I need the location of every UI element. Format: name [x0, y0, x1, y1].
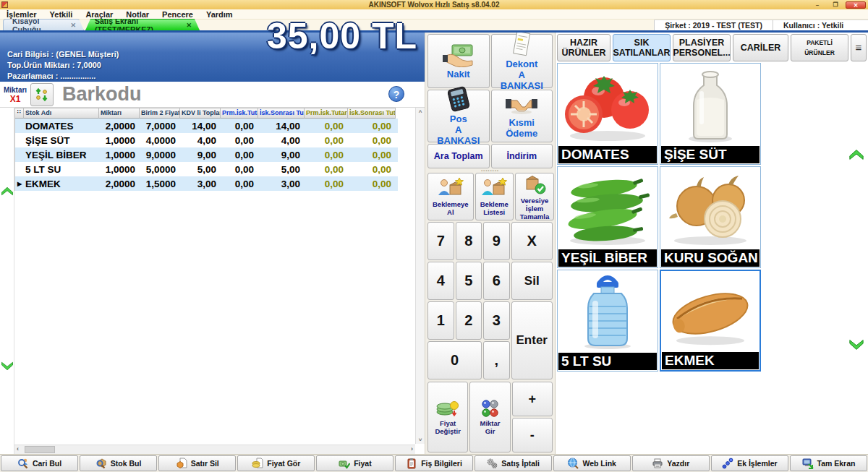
- satis-iptali-button[interactable]: Satış İptali: [475, 455, 552, 471]
- col-miktari[interactable]: Miktarı: [99, 108, 140, 119]
- numpad-enter[interactable]: Enter: [511, 301, 553, 379]
- col-isk-sonrasi-tutar[interactable]: İsk.Sonrası Tutar: [258, 108, 305, 119]
- veresiye-tamamla-button[interactable]: Veresiye İşlem Tamamla: [515, 173, 554, 220]
- col-isk-sonrasi-tutar-2[interactable]: İsk.Sonrası Tutar: [348, 108, 396, 119]
- menu-notlar[interactable]: Notlar: [119, 10, 156, 19]
- col-prm-isk-tutari[interactable]: Prm.İsk.Tutarı: [221, 108, 258, 119]
- fiyat-button[interactable]: Fiyat: [316, 455, 393, 471]
- menu-pencere[interactable]: Pencere: [156, 10, 200, 19]
- barcode-input[interactable]: [61, 82, 336, 106]
- menu-araclar[interactable]: Araçlar: [79, 10, 119, 19]
- table-row[interactable]: 5 LT SU 1,0000 5,0000 5,00 0,00 5,00 0,0…: [15, 162, 398, 176]
- web-link-button[interactable]: Web Link: [553, 455, 631, 471]
- col-prm-isk-tutari-2[interactable]: Prm.İsk.Tutarı: [305, 108, 348, 119]
- col-kdvli-toplam[interactable]: KDV li Toplam: [180, 108, 221, 119]
- tab-sik-satilanlar[interactable]: SIK SATILANLAR: [613, 34, 671, 61]
- plus-button[interactable]: +: [512, 382, 553, 416]
- tab-close-icon[interactable]: ✕: [70, 22, 76, 29]
- product-tile-yesil-biber[interactable]: YEŞİL BİBER: [557, 166, 658, 268]
- numpad-0[interactable]: 0: [427, 341, 482, 379]
- numpad-9[interactable]: 9: [483, 222, 510, 260]
- col-birim2-fiyati[interactable]: Birim 2 Fiyatı: [140, 108, 180, 119]
- product-tile-domates[interactable]: DOMATES: [557, 63, 658, 165]
- fiyat-degistir-button[interactable]: Fiyat Değiştir: [427, 382, 468, 452]
- miktar-gir-button[interactable]: Miktar Gir: [469, 382, 510, 452]
- bekleme-listesi-button[interactable]: Bekleme Listesi: [475, 173, 514, 220]
- pos-button[interactable]: Pos A BANKASI: [427, 90, 490, 142]
- horizontal-scrollbar[interactable]: ‹ ›: [14, 445, 415, 454]
- numpad-5[interactable]: 5: [456, 262, 482, 300]
- product-tile-kuru-sogan[interactable]: KURU SOĞAN: [660, 166, 761, 268]
- tam-ekran-button[interactable]: Tam Ekran: [790, 455, 867, 471]
- menu-yardim[interactable]: Yardım: [200, 10, 239, 19]
- numpad-multiply[interactable]: X: [511, 222, 553, 260]
- scrollbar-up-icon[interactable]: ˄: [416, 108, 425, 115]
- dekont-button[interactable]: Dekont A BANKASI: [491, 34, 553, 88]
- scrollbar-thumb[interactable]: [25, 446, 55, 453]
- beklemeye-al-button[interactable]: Beklemeye Al: [427, 173, 474, 220]
- table-row[interactable]: YEŞİL BİBER 1,0000 9,0000 9,00 0,00 9,00…: [15, 147, 398, 162]
- scroll-up-arrow-icon[interactable]: [1, 186, 14, 197]
- numpad-comma[interactable]: ,: [483, 341, 510, 379]
- vertical-scrollbar[interactable]: ˄ ˅: [415, 108, 425, 444]
- numpad-delete[interactable]: Sil: [511, 262, 553, 300]
- button-label: Fiyat: [354, 459, 372, 468]
- help-icon[interactable]: ?: [388, 86, 404, 102]
- scrollbar-right-icon[interactable]: ›: [411, 445, 413, 452]
- table-row[interactable]: ŞİŞE SÜT 1,0000 4,0000 4,00 0,00 4,00 0,…: [15, 133, 398, 147]
- minimize-button[interactable]: –: [809, 1, 825, 9]
- satir-sil-button[interactable]: Satır Sil: [158, 455, 236, 471]
- button-label: Bekleme Listesi: [480, 200, 509, 216]
- panel-menu-icon[interactable]: ≡: [851, 34, 867, 61]
- minus-button[interactable]: -: [512, 418, 553, 452]
- numpad-8[interactable]: 8: [456, 222, 482, 260]
- company-label: Şirket : 2019 - TEST (TEST): [654, 20, 773, 30]
- close-button[interactable]: ✕: [846, 1, 866, 9]
- numpad-4[interactable]: 4: [427, 262, 454, 300]
- col-stok-adi[interactable]: Stok Adı: [24, 108, 99, 119]
- product-tile-sise-sut[interactable]: ŞİŞE SÜT: [660, 63, 761, 165]
- maximize-button[interactable]: ❐: [827, 1, 843, 9]
- receipt-icon: [509, 31, 534, 57]
- grid-header-row: ∷ Stok Adı Miktarı Birim 2 Fiyatı KDV li…: [15, 108, 398, 119]
- scroll-down-arrow-icon[interactable]: [848, 338, 864, 351]
- fiyat-gor-button[interactable]: Fiyat Gör: [237, 455, 315, 471]
- enter-quantity-icon: [480, 399, 499, 418]
- ek-islemler-button[interactable]: Ek İşlemler: [711, 455, 788, 471]
- scrollbar-down-icon[interactable]: ˅: [416, 437, 425, 443]
- table-row-current[interactable]: ▶ EKMEK 2,0000 1,5000 3,00 0,00 3,00 0,0…: [15, 176, 398, 191]
- tab-paketli-urunler[interactable]: PAKETLİ ÜRÜNLER: [791, 34, 848, 61]
- cari-bul-button[interactable]: Cari Bul: [1, 455, 78, 471]
- numpad-7[interactable]: 7: [427, 222, 454, 260]
- fis-bilgileri-button[interactable]: Fiş Bilgileri: [395, 455, 472, 471]
- yazdir-button[interactable]: Yazdır: [632, 455, 710, 471]
- hold-sale-icon: [437, 177, 464, 199]
- left-arrow-strip: [0, 108, 14, 454]
- menu-islemler[interactable]: İşlemler: [0, 10, 43, 19]
- tab-kisayol-cubugu[interactable]: Kısayol Çubuğu ✕: [3, 19, 84, 30]
- ara-toplam-button[interactable]: Ara Toplam: [427, 144, 490, 168]
- product-tile-5-lt-su[interactable]: 5 LT SU: [557, 270, 658, 372]
- scroll-up-arrow-icon[interactable]: [848, 148, 864, 161]
- kismi-odeme-button[interactable]: Kısmi Ödeme: [491, 90, 553, 142]
- table-row[interactable]: DOMATES 2,0000 7,0000 14,00 0,00 14,00 0…: [15, 119, 398, 133]
- barcode-mode-button[interactable]: [30, 83, 54, 106]
- tab-satis-ekrani[interactable]: Satış Ekranı (TEST/MERKEZ) ✕: [85, 19, 200, 30]
- indirim-button[interactable]: İndirim: [491, 144, 553, 168]
- stok-bul-button[interactable]: Stok Bul: [80, 455, 157, 471]
- numpad-3[interactable]: 3: [483, 301, 510, 340]
- numpad-2[interactable]: 2: [456, 301, 482, 340]
- document-tab-bar: Kısayol Çubuğu ✕ Satış Ekranı (TEST/MERK…: [0, 20, 868, 33]
- tab-cariler[interactable]: CARİLER: [733, 34, 788, 61]
- numpad-1[interactable]: 1: [427, 301, 454, 340]
- printer-icon: [652, 458, 663, 469]
- scrollbar-left-icon[interactable]: ‹: [17, 445, 19, 452]
- menu-yetkili[interactable]: Yetkili: [43, 10, 80, 19]
- numpad-6[interactable]: 6: [483, 262, 510, 300]
- tab-plasiyer-personel[interactable]: PLASİYER PERSONEL...: [673, 34, 731, 61]
- scroll-down-arrow-icon[interactable]: [1, 361, 14, 372]
- product-tile-ekmek[interactable]: EKMEK: [660, 270, 761, 372]
- nakit-button[interactable]: Nakit: [427, 34, 490, 88]
- tab-hazir-urunler[interactable]: HAZIR ÜRÜNLER: [557, 34, 610, 61]
- tab-close-icon[interactable]: ✕: [186, 22, 192, 29]
